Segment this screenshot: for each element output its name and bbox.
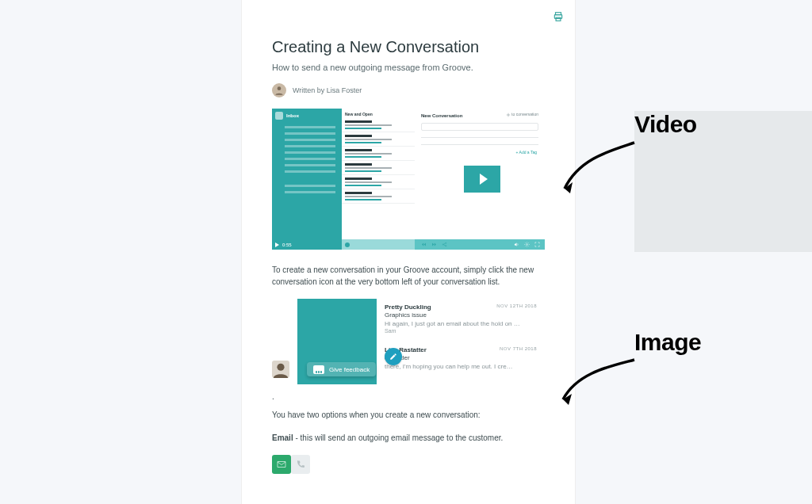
video-sidebar-title: Inbox (286, 113, 299, 118)
settings-icon[interactable] (524, 242, 530, 247)
video-timestamp: 0:55 (282, 242, 292, 247)
item-from: Sam (385, 328, 537, 334)
byline: Written by Lisa Foster (272, 83, 545, 97)
video-tag-hint: + Add a Tag (516, 150, 537, 155)
item-body: there, I'm hoping you can help me out. I… (385, 363, 527, 370)
list-item: Pretty Duckling NOV 12TH 2018 Graphics i… (377, 299, 545, 342)
svg-point-5 (446, 242, 446, 243)
article-page: Creating a New Conversation How to send … (242, 0, 575, 504)
item-subject: Graphics issue (385, 311, 537, 319)
annotation-image-label: Image (634, 329, 701, 356)
video-corner-link: to conversation (506, 112, 538, 117)
volume-icon[interactable] (514, 242, 519, 247)
author-avatar (272, 83, 286, 97)
item-body: Hi again, I just got an email about the … (385, 320, 527, 327)
list-item: Lisa Rastatter NOV 7TH 2018 ed Order the… (377, 342, 545, 384)
screenshot-image: Pretty Duckling NOV 12TH 2018 Graphics i… (272, 299, 545, 384)
svg-point-3 (278, 86, 282, 90)
video-conversation-list: New and Open (342, 109, 415, 239)
paragraph-1: To create a new conversation in your Gro… (272, 264, 545, 288)
tutorial-video[interactable]: Inbox New and Open New Conversation to c… (272, 109, 545, 250)
share-icon[interactable] (442, 242, 447, 247)
video-app-sidebar: Inbox (272, 109, 342, 239)
print-icon[interactable] (553, 11, 564, 22)
user-avatar (272, 361, 289, 378)
channel-toggle (272, 455, 545, 474)
svg-point-8 (277, 364, 284, 371)
paragraph-3: Email - this will send an outgoing email… (272, 432, 545, 444)
paragraph-2: You have two options when you create a n… (272, 409, 545, 421)
annotation-video-label: Video (634, 111, 812, 252)
rewind-icon[interactable] (421, 242, 427, 247)
item-subject: ed Order (385, 354, 537, 361)
play-icon[interactable] (275, 242, 279, 247)
video-list-header: New and Open (342, 109, 415, 118)
compose-icon[interactable] (385, 348, 402, 365)
svg-point-7 (527, 244, 528, 246)
item-date: NOV 7TH 2018 (500, 346, 537, 351)
page-subtitle: How to send a new outgoing message from … (272, 63, 545, 72)
byline-text: Written by Lisa Foster (293, 86, 362, 94)
phone-channel-button[interactable] (291, 455, 310, 474)
annotation-arrow-video (555, 135, 642, 206)
page-title: Creating a New Conversation (272, 38, 545, 56)
stray-dot: . (272, 392, 545, 401)
feedback-label: Give feedback (329, 366, 370, 373)
video-controls[interactable]: 0:55 (272, 239, 545, 250)
annotation-arrow-image (555, 355, 642, 418)
keyboard-icon (313, 365, 324, 374)
svg-point-6 (446, 246, 446, 246)
chapter-dot-icon[interactable] (345, 242, 350, 247)
forward-icon[interactable] (431, 242, 437, 247)
item-date: NOV 12TH 2018 (496, 304, 537, 308)
svg-point-4 (442, 244, 443, 245)
fullscreen-icon[interactable] (534, 242, 540, 247)
email-channel-button[interactable] (272, 455, 291, 474)
give-feedback-button[interactable]: Give feedback (307, 362, 376, 376)
play-button[interactable] (464, 166, 500, 193)
